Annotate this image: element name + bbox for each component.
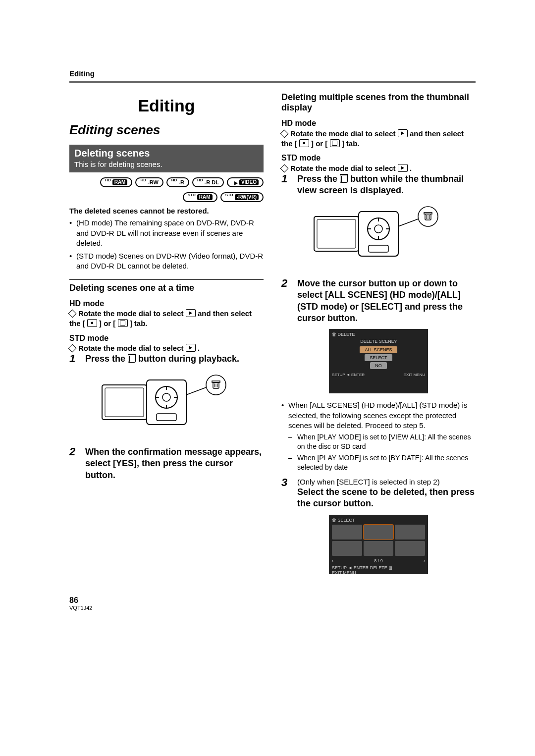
page-number: 86 (69, 596, 476, 605)
step-number: 2 (281, 278, 292, 324)
hd-mode-label: HD mode (69, 298, 264, 309)
svg-rect-1 (105, 388, 144, 417)
std-instruction: Rotate the mode dial to select . (281, 163, 476, 173)
badge-std-ram: STDRAM (183, 192, 217, 202)
right-column: Deleting multiple scenes from the thumbn… (281, 92, 476, 581)
media-badges-row2: STDRAM STD-RW(VR) (69, 192, 264, 202)
step-text: Move the cursor button up or down to sel… (297, 278, 476, 324)
play-mode-icon (398, 164, 408, 172)
step-number: 3 (281, 477, 292, 510)
disc-tab-icon (299, 139, 309, 147)
camera-figure (69, 370, 264, 439)
std-mode-label: STD mode (281, 153, 476, 163)
play-mode-icon (186, 344, 196, 352)
badge-hd-r: HD-R (166, 177, 189, 187)
badge-hd-rw: HD-RW (135, 177, 163, 187)
body-text: The deleted scenes cannot be restored. (… (69, 206, 264, 271)
list-item: (HD mode) The remaining space on DVD-RW,… (69, 218, 264, 248)
thumb-selected (364, 525, 394, 540)
svg-rect-0 (102, 385, 147, 420)
lcd-figure-delete-menu: 🗑 DELETE DELETE SCENE? ALL SCENES SELECT… (281, 329, 476, 393)
svg-rect-13 (314, 216, 359, 251)
step-text: When the confirmation message appears, s… (85, 446, 264, 481)
diamond-bullet-icon (280, 164, 289, 172)
list-item: When [PLAY MODE] is set to [BY DATE]: Al… (288, 453, 476, 472)
disc-tab-icon (87, 319, 97, 327)
play-icon (232, 180, 238, 185)
diamond-bullet-icon (68, 310, 77, 318)
prev-icon: ‹ (332, 558, 333, 563)
procedure-body: HD mode Rotate the mode dial to select a… (281, 118, 476, 173)
step-3: 3 (Only when [SELECT] is selected in ste… (281, 477, 476, 510)
warning-text: The deleted scenes cannot be restored. (69, 206, 264, 216)
thumb (395, 541, 425, 556)
step-1: 1 Press the button while the thumbnail v… (281, 173, 476, 197)
step-number: 2 (69, 446, 80, 481)
svg-line-6 (186, 387, 206, 395)
play-mode-icon (398, 129, 408, 137)
procedure-body: HD mode Rotate the mode dial to select a… (69, 298, 264, 354)
diamond-bullet-icon (68, 344, 77, 353)
svg-rect-22 (424, 213, 432, 214)
procedure-heading: Deleting multiple scenes from the thumbn… (281, 92, 476, 113)
step-text: (Only when [SELECT] is selected in step … (297, 477, 476, 510)
next-icon: › (424, 558, 425, 563)
std-mode-label: STD mode (69, 333, 264, 344)
dash-list: When [PLAY MODE] is set to [VIEW ALL]: A… (288, 432, 476, 472)
columns: Editing Editing scenes Deleting scenes T… (69, 92, 476, 581)
badge-hd-ram: HDRAM (100, 177, 132, 187)
list-item: When [ALL SCENES] (HD mode)/[ALL] (STD m… (281, 400, 476, 472)
lcd-screenshot: 🗑 SELECT ‹ 8 / 9 › (329, 515, 428, 574)
hd-mode-label: HD mode (281, 118, 476, 129)
page: Editing Editing Editing scenes Deleting … (0, 0, 535, 641)
camera-illustration (309, 202, 448, 271)
badge-hd-rdl: HD-R DL (192, 177, 224, 187)
svg-rect-5 (157, 414, 176, 421)
left-column: Editing Editing scenes Deleting scenes T… (69, 92, 264, 581)
card-tab-icon (118, 319, 128, 327)
svg-rect-14 (317, 219, 356, 248)
media-badges-row1: HDRAM HD-RW HD-R HD-R DL VIDEO (69, 177, 264, 187)
subsection-subheading: This is for deleting scenes. (69, 160, 264, 172)
svg-rect-9 (212, 381, 220, 382)
page-indicator: 8 / 9 (367, 558, 390, 564)
svg-point-4 (162, 393, 170, 401)
svg-rect-18 (369, 245, 388, 252)
lcd-option: ALL SCENES (360, 346, 397, 353)
std-instruction: Rotate the mode dial to select . (69, 343, 264, 353)
step-text: Press the button during playback. (85, 353, 239, 365)
trash-icon (340, 174, 348, 183)
thumb (332, 525, 362, 540)
badge-video: VIDEO (227, 177, 264, 187)
thumb (364, 541, 394, 556)
procedure-heading: Deleting scenes one at a time (69, 279, 264, 293)
header-rule (69, 81, 476, 83)
thumb (395, 525, 425, 540)
lcd-option: SELECT (365, 354, 392, 361)
list-item: When [PLAY MODE] is set to [VIEW ALL]: A… (288, 432, 476, 451)
step-text: Press the button while the thumbnail vie… (297, 173, 476, 197)
step-note: (Only when [SELECT] is selected in step … (297, 477, 476, 487)
camera-illustration (97, 370, 236, 439)
section-heading: Editing scenes (69, 122, 264, 138)
lcd-screenshot: 🗑 DELETE DELETE SCENE? ALL SCENES SELECT… (329, 329, 428, 393)
step-2: 2 When the confirmation message appears,… (69, 446, 264, 481)
svg-line-19 (398, 219, 418, 226)
subsection-heading: Deleting scenes (69, 145, 264, 160)
notes: When [ALL SCENES] (HD mode)/[ALL] (STD m… (281, 400, 476, 472)
thumb (332, 541, 362, 556)
step-1: 1 Press the button during playback. (69, 353, 264, 365)
step-2: 2 Move the cursor button up or down to s… (281, 278, 476, 324)
badge-std-rwvr: STD-RW(VR) (220, 192, 264, 202)
step-number: 1 (281, 173, 292, 197)
document-code: VQT1J42 (69, 605, 476, 611)
trash-icon (128, 354, 136, 363)
list-item: (STD mode) Scenes on DVD-RW (Video forma… (69, 251, 264, 271)
svg-point-17 (374, 225, 382, 233)
camera-figure (281, 202, 476, 271)
card-tab-icon (330, 139, 340, 147)
hd-instruction: Rotate the mode dial to select and then … (69, 309, 264, 329)
lcd-option: NO (370, 362, 387, 369)
play-mode-icon (186, 309, 196, 317)
page-title: Editing (69, 96, 264, 115)
